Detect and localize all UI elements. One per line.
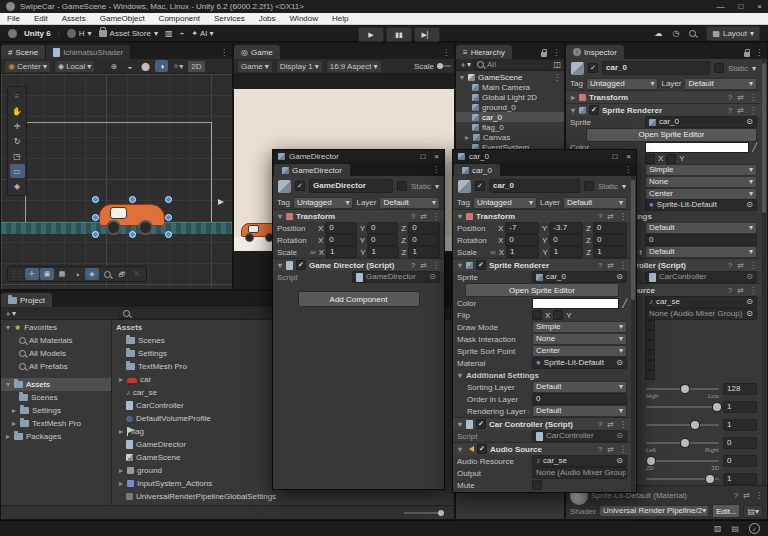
foldout-icon[interactable]: ▾ bbox=[457, 420, 463, 429]
color-swatch[interactable] bbox=[645, 142, 749, 153]
position-y-field[interactable]: -3.7 bbox=[549, 222, 583, 234]
position-x-field[interactable]: -7 bbox=[505, 222, 539, 234]
help-icon[interactable]: ? bbox=[598, 445, 602, 454]
stereo-pan-value[interactable]: 0 bbox=[723, 437, 757, 449]
link-scale-icon[interactable]: ∞ bbox=[310, 248, 316, 257]
hierarchy-root-row[interactable]: ▾ GameScene ⋮ bbox=[456, 72, 564, 82]
sprite-renderer-section-header[interactable]: ▾ ✓ Sprite Renderer ?⇄⋮ bbox=[453, 258, 631, 271]
preset-icon[interactable]: ⇄ bbox=[743, 491, 750, 500]
window-maximize-button[interactable]: □ bbox=[738, 2, 743, 11]
tag-dropdown[interactable]: Untagged▾ bbox=[293, 197, 354, 209]
static-dropdown-icon[interactable]: ▾ bbox=[752, 64, 756, 73]
foldout-icon[interactable]: ▾ bbox=[457, 445, 463, 454]
draw-mode-dropdown[interactable]: Simple▾ bbox=[532, 321, 627, 333]
foldout-icon[interactable]: ▾ bbox=[277, 212, 283, 221]
preset-icon[interactable]: ⇄ bbox=[737, 286, 744, 295]
object-picker-icon[interactable]: ⊙ bbox=[616, 358, 623, 368]
project-add-button[interactable]: ＋▾ bbox=[4, 308, 16, 319]
scene-2d-lighting-icon[interactable]: ⬤ bbox=[139, 60, 152, 72]
search-icon[interactable] bbox=[689, 30, 696, 37]
flip-y-checkbox[interactable] bbox=[553, 310, 563, 320]
menu-component[interactable]: Component bbox=[152, 14, 207, 23]
position-z-field[interactable]: 0 bbox=[593, 222, 627, 234]
paint-details-icon[interactable]: ▨ bbox=[714, 524, 722, 533]
preset-icon[interactable]: ⇄ bbox=[420, 261, 427, 270]
more-icon[interactable]: ⋮ bbox=[749, 286, 757, 295]
component-enabled-checkbox[interactable]: ✓ bbox=[477, 444, 487, 454]
pivot-dropdown[interactable]: ◉ Center▾ bbox=[4, 60, 51, 73]
asset-zoom-slider[interactable] bbox=[404, 512, 444, 514]
rotation-x-field[interactable]: 0 bbox=[325, 234, 356, 246]
transform-section-header[interactable]: ▾ Transform ?⇄⋮ bbox=[273, 209, 444, 222]
gamedirector-tab[interactable]: GameDirector bbox=[274, 164, 350, 176]
help-icon[interactable]: ? bbox=[728, 93, 732, 102]
sort-point-dropdown[interactable]: Center▾ bbox=[645, 188, 757, 200]
rect-tool[interactable]: ▭ bbox=[10, 164, 25, 178]
hierarchy-item-global-light[interactable]: Global Light 2D bbox=[456, 92, 564, 102]
more-icon[interactable]: ⋮ bbox=[749, 93, 757, 102]
rotation-z-field[interactable]: 0 bbox=[408, 234, 440, 246]
assets-root-row[interactable]: ▾Assets bbox=[1, 378, 111, 391]
stereo-pan-slider[interactable]: LeftRight bbox=[646, 442, 719, 444]
car-controller-section-header[interactable]: ▾ ✓ Car Controller (Script) ?⇄⋮ bbox=[453, 417, 631, 430]
more-icon[interactable]: ⋮ bbox=[619, 445, 627, 454]
shader-edit-button[interactable]: Edit... bbox=[712, 504, 740, 518]
render-layer-dropdown[interactable]: Default▾ bbox=[645, 246, 757, 258]
car0-tab[interactable]: car_0 bbox=[454, 164, 500, 176]
window-maximize-button[interactable]: □ bbox=[612, 152, 617, 161]
static-checkbox[interactable] bbox=[714, 63, 724, 73]
help-icon[interactable]: ? bbox=[728, 286, 732, 295]
shading-mode-icon[interactable]: ◒ bbox=[123, 60, 136, 72]
menu-gameobject[interactable]: GameObject bbox=[93, 14, 152, 23]
audio-source-section-header[interactable]: ▾ ✓ Audio Source ?⇄⋮ bbox=[453, 442, 631, 455]
eyedropper-icon[interactable]: ╱ bbox=[622, 299, 627, 308]
lock-icon[interactable] bbox=[744, 52, 750, 57]
undo-history-icon[interactable]: ◷ bbox=[672, 29, 679, 38]
layer-dropdown[interactable]: Default▾ bbox=[563, 197, 627, 209]
rotation-z-field[interactable]: 0 bbox=[593, 234, 627, 246]
packages-row[interactable]: ▸Packages bbox=[1, 430, 111, 443]
help-icon[interactable]: ? bbox=[598, 212, 602, 221]
menu-window[interactable]: Window bbox=[283, 14, 325, 23]
gamedirector-window-titlebar[interactable]: GameDirector □× bbox=[273, 150, 444, 163]
selection-handle[interactable] bbox=[92, 231, 99, 238]
hierarchy-add-button[interactable]: ＋▾ bbox=[459, 59, 471, 70]
scene-car-sprite[interactable] bbox=[94, 198, 170, 236]
preset-icon[interactable]: ⇄ bbox=[607, 261, 614, 270]
component-enabled-checkbox[interactable]: ✓ bbox=[476, 419, 486, 429]
preset-icon[interactable]: ⇄ bbox=[737, 106, 744, 115]
preset-icon[interactable]: ⇄ bbox=[737, 261, 744, 270]
help-icon[interactable]: ? bbox=[728, 261, 732, 270]
audio-resource-field[interactable]: ♪car_se⊙ bbox=[645, 296, 757, 308]
mute-checkbox[interactable] bbox=[532, 480, 542, 490]
scene-lighting-icon[interactable]: ◑ bbox=[155, 60, 168, 72]
gamedirector-script-section-header[interactable]: ▾ ✓ Game Director (Script) ?⇄⋮ bbox=[273, 258, 444, 271]
menu-assets[interactable]: Assets bbox=[55, 14, 93, 23]
static-dropdown-icon[interactable]: ▾ bbox=[435, 182, 439, 191]
output-field[interactable]: None (Audio Mixer Group)⊙ bbox=[645, 308, 757, 320]
bypass-effects-checkbox[interactable] bbox=[645, 330, 655, 340]
more-icon[interactable]: ⋮ bbox=[432, 212, 440, 221]
flip-y-checkbox[interactable] bbox=[666, 154, 676, 164]
bypass-effects-checkbox[interactable] bbox=[532, 492, 542, 493]
mask-dropdown[interactable]: None▾ bbox=[645, 176, 757, 188]
menu-file[interactable]: File bbox=[0, 14, 27, 23]
active-checkbox[interactable]: ✓ bbox=[588, 63, 598, 73]
object-picker-icon[interactable]: ⊙ bbox=[429, 272, 436, 282]
shader-dropdown[interactable]: Universal Render Pipeline/2▾ bbox=[599, 505, 709, 517]
rotation-y-field[interactable]: 0 bbox=[367, 234, 398, 246]
toolstrip-drag-handle[interactable]: ≡ bbox=[10, 89, 25, 103]
tree-scenes[interactable]: Scenes bbox=[1, 391, 111, 404]
selection-handle[interactable] bbox=[92, 196, 99, 203]
favorites-all-materials[interactable]: All Materials bbox=[1, 334, 111, 347]
transform-section-header[interactable]: ▾ Transform ?⇄⋮ bbox=[453, 209, 631, 222]
help-icon[interactable]: ? bbox=[411, 212, 415, 221]
sprite-field[interactable]: car_0⊙ bbox=[532, 271, 627, 283]
menu-edit[interactable]: Edit bbox=[27, 14, 55, 23]
tab-game[interactable]: ◎ Game bbox=[234, 45, 280, 59]
selection-handle[interactable] bbox=[165, 231, 172, 238]
object-picker-icon[interactable]: ⊙ bbox=[746, 309, 753, 319]
overlay-camera-icon[interactable]: 🗗 bbox=[115, 268, 129, 280]
inspector-scrollbar[interactable] bbox=[762, 59, 766, 485]
menu-services[interactable]: Services bbox=[207, 14, 252, 23]
